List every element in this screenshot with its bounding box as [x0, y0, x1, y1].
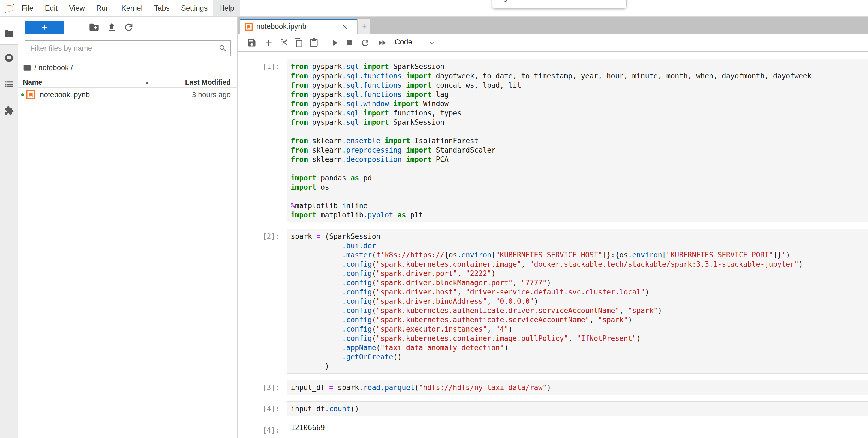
copy-cell-button[interactable]	[294, 38, 304, 48]
notebook-toolbar: Code	[238, 34, 868, 52]
input-prompt: [4]:	[238, 402, 287, 416]
code-line: from sklearn.decomposition import PCA	[291, 155, 866, 164]
menu-item-view[interactable]: View	[63, 0, 91, 17]
sidebar-tab-extension-manager[interactable]	[4, 106, 14, 115]
code-cell-1: [1]:from pyspark.sql import SparkSession…	[238, 59, 868, 223]
menu-item-edit[interactable]: Edit	[39, 0, 64, 17]
code-line: spark = (SparkSession	[291, 232, 866, 241]
code-line: )	[291, 361, 866, 371]
code-cell-2: [2]:spark = (SparkSession .builder .mast…	[238, 229, 868, 374]
upload-button[interactable]	[106, 22, 117, 33]
folder-icon	[4, 29, 14, 38]
menu-bar: FileEditViewRunKernelTabsSettingsHelp	[0, 0, 868, 17]
code-line	[291, 164, 866, 173]
breadcrumb-path: / notebook /	[34, 64, 73, 72]
code-line: import matplotlib.pyplot as plt	[291, 210, 866, 220]
code-line: import pandas as pd	[291, 173, 866, 182]
file-browser-panel: / notebook / Name Last Modified notebook…	[18, 17, 238, 438]
breadcrumb[interactable]: / notebook /	[23, 61, 73, 74]
add-icon	[40, 23, 49, 31]
code-line	[291, 192, 866, 201]
filter-files-input[interactable]	[25, 41, 230, 56]
cell-editor[interactable]: input_df = spark.read.parquet("hdfs://hd…	[287, 380, 868, 395]
code-line: import os	[291, 182, 866, 192]
code-line: %matplotlib inline	[291, 201, 866, 210]
code-line: from pyspark.sql.functions import lag	[291, 90, 866, 99]
column-divider	[161, 77, 161, 88]
filter-box	[25, 40, 231, 56]
active-tab-stripe	[240, 19, 357, 20]
input-prompt: [3]:	[238, 380, 287, 395]
cut-cell-button[interactable]	[279, 38, 289, 48]
add-cell-button[interactable]	[264, 38, 274, 48]
sort-ascending-icon[interactable]	[145, 80, 149, 85]
restart-run-all-button[interactable]	[377, 38, 387, 48]
file-row[interactable]: notebook.ipynb3 hours ago	[18, 88, 238, 102]
menu-item-tabs[interactable]: Tabs	[148, 0, 175, 17]
notebook-icon	[26, 89, 36, 100]
tab-label: notebook.ipynb	[256, 22, 306, 31]
code-cell-3: [3]:input_df = spark.read.parquet("hdfs:…	[238, 380, 868, 395]
output-text: 12106669	[287, 423, 868, 435]
code-line: .appName("taxi-data-anomaly-detection")	[291, 343, 866, 352]
code-line: .master(f'k8s://https://{os.environ["KUB…	[291, 250, 866, 260]
cell-type-dropdown[interactable]: Code	[395, 38, 412, 47]
notebook-file-icon	[245, 23, 253, 31]
code-line: input_df = spark.read.parquet("hdfs://hd…	[291, 383, 866, 392]
jupyter-logo-icon	[4, 2, 15, 14]
sidebar-tab-running-sessions[interactable]	[4, 53, 14, 63]
rail-lower-strip	[0, 45, 18, 438]
stop-kernel-button[interactable]	[345, 38, 355, 48]
input-prompt: [1]:	[238, 59, 287, 223]
cell-editor[interactable]: input_df.count()	[287, 402, 868, 416]
cell-output: [4]:12106669	[238, 423, 868, 435]
kernel-running-dot	[21, 93, 24, 96]
main-dock-panel: notebook.ipynb Code [1]:from pyspark.sql…	[238, 17, 868, 438]
output-prompt: [4]:	[238, 423, 287, 435]
new-tab-button[interactable]	[358, 19, 370, 34]
close-tab-icon[interactable]	[341, 23, 348, 31]
code-cell-4: [4]:input_df.count()	[238, 402, 868, 416]
cell-editor[interactable]: spark = (SparkSession .builder .master(f…	[287, 229, 868, 374]
sidebar-tab-table-of-contents[interactable]	[4, 79, 14, 89]
code-line: .config("spark.driver.host", "driver-ser…	[291, 287, 866, 297]
cell-editor[interactable]: from pyspark.sql import SparkSessionfrom…	[287, 59, 868, 223]
code-line: .config("spark.kubernetes.container.imag…	[291, 334, 866, 343]
dock-tab-bar: notebook.ipynb	[238, 17, 868, 34]
refresh-button[interactable]	[123, 22, 134, 33]
code-line: from pyspark.sql import SparkSession	[291, 118, 866, 127]
left-activity-rail	[0, 17, 18, 438]
menu-item-run[interactable]: Run	[91, 0, 116, 17]
popup-origin-text: github.com	[503, 0, 545, 2]
column-header-name[interactable]: Name	[18, 78, 42, 87]
code-line: from pyspark.sql import SparkSession	[291, 62, 866, 71]
home-folder-icon[interactable]	[23, 63, 32, 72]
input-prompt: [2]:	[238, 229, 287, 374]
restart-kernel-button[interactable]	[360, 38, 370, 48]
file-last-modified: 3 hours ago	[192, 91, 231, 99]
sidebar-tab-file-browser[interactable]	[0, 25, 18, 42]
menu-items: FileEditViewRunKernelTabsSettingsHelp	[16, 0, 240, 17]
tab-notebook-ipynb[interactable]: notebook.ipynb	[240, 19, 357, 34]
new-folder-button[interactable]	[89, 22, 99, 33]
file-listing: notebook.ipynb3 hours ago	[18, 88, 238, 102]
code-line: .config("spark.kubernetes.authenticate.d…	[291, 306, 866, 315]
code-line: .config("spark.driver.bindAddress", "0.0…	[291, 297, 866, 306]
menu-item-settings[interactable]: Settings	[175, 0, 214, 17]
column-header-last-modified[interactable]: Last Modified	[185, 78, 231, 87]
menu-item-kernel[interactable]: Kernel	[116, 0, 148, 17]
menu-item-help[interactable]: Help	[213, 0, 240, 17]
code-line: .config("spark.driver.port", "2222")	[291, 269, 866, 278]
search-icon	[218, 44, 227, 53]
file-listing-header: Name Last Modified	[18, 77, 238, 88]
new-launcher-button[interactable]	[25, 21, 64, 34]
run-cell-button[interactable]	[330, 38, 340, 48]
code-line: from pyspark.sql.functions import dayofw…	[291, 71, 866, 81]
notebook-content: [1]:from pyspark.sql import SparkSession…	[238, 52, 868, 438]
code-line: from sklearn.ensemble import IsolationFo…	[291, 136, 866, 145]
paste-cell-button[interactable]	[309, 38, 319, 48]
chevron-down-icon[interactable]	[428, 39, 436, 47]
save-button[interactable]	[247, 38, 257, 48]
code-line: from sklearn.preprocessing import Standa…	[291, 145, 866, 155]
menu-item-file[interactable]: File	[16, 0, 39, 17]
